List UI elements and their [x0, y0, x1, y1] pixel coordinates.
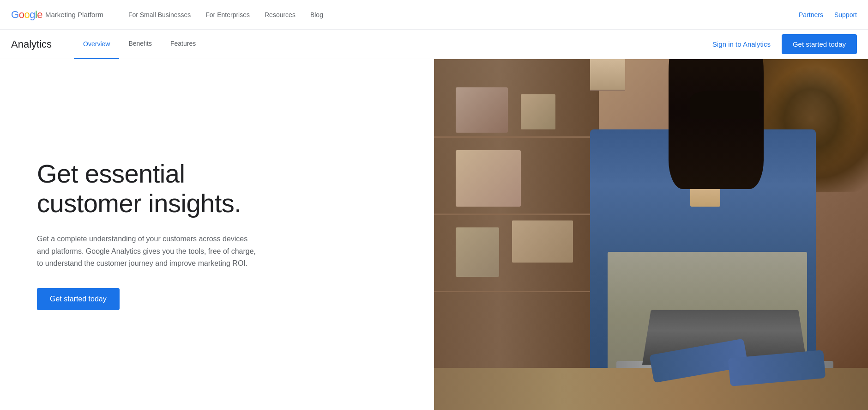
shelf-line-1	[434, 136, 599, 138]
analytics-navigation: Analytics Overview Benefits Features Sig…	[0, 30, 868, 59]
hero-section: Get essential customer insights. Get a c…	[0, 59, 868, 410]
tab-features[interactable]: Features	[161, 30, 205, 59]
top-nav-links: For Small Businesses For Enterprises Res…	[122, 7, 799, 22]
shelf-line-3	[434, 291, 599, 292]
nav-small-businesses[interactable]: For Small Businesses	[122, 7, 197, 22]
analytics-nav-right: Sign in to Analytics Get started today	[712, 34, 857, 54]
partners-link[interactable]: Partners	[799, 11, 823, 18]
person-hair	[669, 59, 764, 189]
hero-description: Get a complete understanding of your cus…	[37, 233, 259, 269]
analytics-title: Analytics	[11, 38, 52, 50]
nav-blog[interactable]: Blog	[304, 7, 330, 22]
hero-cta-button[interactable]: Get started today	[37, 288, 120, 310]
shelf-line-2	[434, 214, 599, 215]
top-navigation: Google Marketing Platform For Small Busi…	[0, 0, 868, 30]
nav-enterprises[interactable]: For Enterprises	[199, 7, 256, 22]
shelf-item-1	[456, 87, 508, 133]
top-nav-right: Partners Support	[799, 11, 857, 18]
person-bangs	[690, 91, 760, 119]
hero-heading: Get essential customer insights.	[37, 159, 268, 219]
shelf-item-3	[456, 150, 521, 206]
analytics-tabs: Overview Benefits Features	[74, 30, 205, 59]
shelf-item-5	[512, 220, 573, 263]
shelf-item-2	[521, 94, 555, 129]
nav-resources[interactable]: Resources	[258, 7, 302, 22]
shelf-item-4	[456, 227, 499, 276]
get-started-nav-button[interactable]: Get started today	[782, 34, 857, 54]
hero-text-area: Get essential customer insights. Get a c…	[0, 59, 434, 410]
sign-in-analytics-link[interactable]: Sign in to Analytics	[712, 40, 771, 48]
platform-name: Marketing Platform	[45, 11, 103, 18]
top-decoration-box	[590, 59, 625, 91]
google-logo: Google	[11, 9, 42, 21]
google-marketing-platform-logo[interactable]: Google Marketing Platform	[11, 9, 103, 21]
hero-image-area	[434, 59, 868, 410]
tab-benefits[interactable]: Benefits	[119, 30, 161, 59]
tab-overview[interactable]: Overview	[74, 30, 119, 60]
support-link[interactable]: Support	[834, 11, 857, 18]
